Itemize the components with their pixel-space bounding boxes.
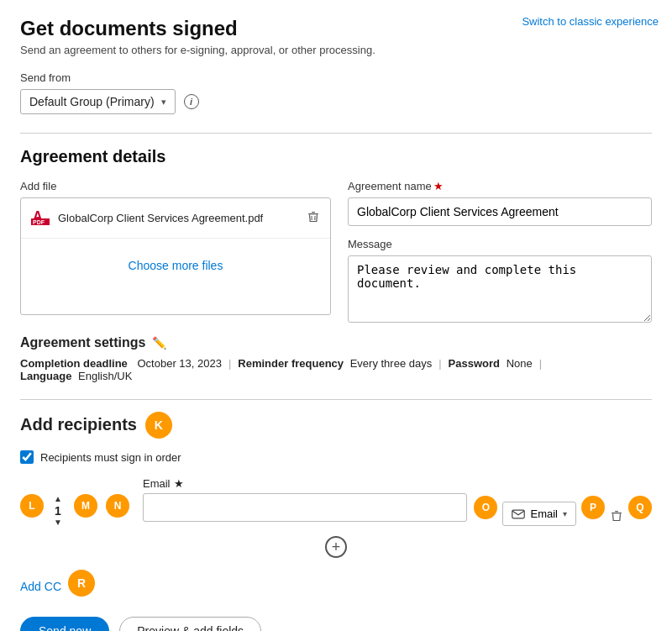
email-type-button[interactable]: Email ▾: [502, 502, 576, 526]
password-val: None: [503, 357, 533, 370]
recipient-email-input[interactable]: [143, 493, 467, 522]
add-cc-link[interactable]: Add CC: [20, 580, 61, 593]
completion-deadline-label: Completion deadline: [20, 357, 128, 370]
svg-rect-10: [615, 511, 618, 512]
add-recipient-button[interactable]: +: [325, 536, 347, 558]
svg-text:PDF: PDF: [33, 219, 45, 225]
agreement-details-title: Agreement details: [20, 147, 652, 166]
reminder-freq-val: Every three days: [347, 357, 432, 370]
send-now-button[interactable]: Send now: [20, 617, 109, 631]
sep3: |: [539, 357, 542, 370]
chevron-down-icon: ▾: [161, 97, 166, 108]
agreement-name-input[interactable]: [348, 197, 652, 226]
language-label: Language: [20, 370, 71, 382]
completion-deadline-val: October 13, 2023: [137, 357, 221, 370]
pdf-icon: A PDF: [31, 207, 50, 229]
preview-add-fields-button[interactable]: Preview & add fields: [119, 617, 261, 631]
delete-file-icon[interactable]: [307, 210, 320, 226]
language-val: English/UK: [75, 370, 132, 382]
password-label: Password: [449, 357, 500, 370]
svg-rect-4: [308, 213, 318, 214]
annotation-l: L: [20, 494, 44, 518]
svg-rect-9: [612, 513, 622, 513]
file-name: GlobalCorp Client Services Agreement.pdf: [58, 212, 298, 224]
annotation-n: N: [106, 494, 129, 518]
email-type-chevron: ▾: [563, 509, 567, 518]
choose-more-files[interactable]: Choose more files: [21, 239, 330, 292]
svg-rect-8: [512, 510, 524, 518]
send-from-select[interactable]: Default Group (Primary) ▾: [20, 89, 176, 114]
sign-in-order-label: Recipients must sign in order: [40, 451, 181, 464]
up-arrow-icon[interactable]: ▲: [54, 494, 62, 504]
agreement-settings-title: Agreement settings: [20, 335, 145, 350]
annotation-r: R: [68, 570, 95, 597]
annotation-q: Q: [628, 496, 652, 519]
sign-in-order-checkbox[interactable]: [20, 450, 34, 464]
switch-to-classic-link[interactable]: Switch to classic experience: [522, 15, 659, 28]
add-recipients-title: Add recipients: [20, 415, 137, 434]
email-required-star: ★: [174, 477, 184, 490]
sep2: |: [438, 357, 441, 370]
recipients-divider: [20, 399, 652, 400]
file-box: A PDF GlobalCorp Client Services Agreeme…: [20, 197, 331, 315]
agreement-name-label: Agreement name★: [348, 180, 652, 192]
message-label: Message: [348, 238, 652, 250]
file-item: A PDF GlobalCorp Client Services Agreeme…: [21, 198, 330, 239]
email-type-label: Email: [530, 507, 558, 520]
annotation-m: M: [74, 494, 97, 518]
completion-deadline-value: [131, 357, 134, 370]
section-divider: [20, 133, 652, 134]
recipient-number: 1: [50, 504, 66, 518]
required-star: ★: [433, 180, 444, 192]
add-file-label: Add file: [20, 180, 331, 192]
svg-rect-5: [312, 212, 315, 213]
reminder-freq-label: Reminder frequency: [238, 357, 344, 370]
send-from-label: Send from: [20, 71, 652, 84]
info-icon[interactable]: i: [184, 94, 199, 109]
edit-icon[interactable]: ✏️: [152, 336, 166, 350]
settings-details: Completion deadline October 13, 2023 | R…: [20, 357, 652, 382]
annotation-k: K: [145, 412, 172, 439]
sep1: |: [228, 357, 231, 370]
down-arrow-icon[interactable]: ▼: [54, 518, 62, 528]
annotation-p: P: [581, 496, 605, 519]
email-label: Email: [143, 477, 171, 490]
delete-recipient-icon[interactable]: [610, 509, 623, 526]
page-subtitle: Send an agreement to others for e-signin…: [20, 44, 652, 56]
annotation-o: O: [474, 496, 497, 519]
send-from-value: Default Group (Primary): [29, 95, 155, 108]
message-textarea[interactable]: Please review and complete this document…: [348, 255, 652, 323]
